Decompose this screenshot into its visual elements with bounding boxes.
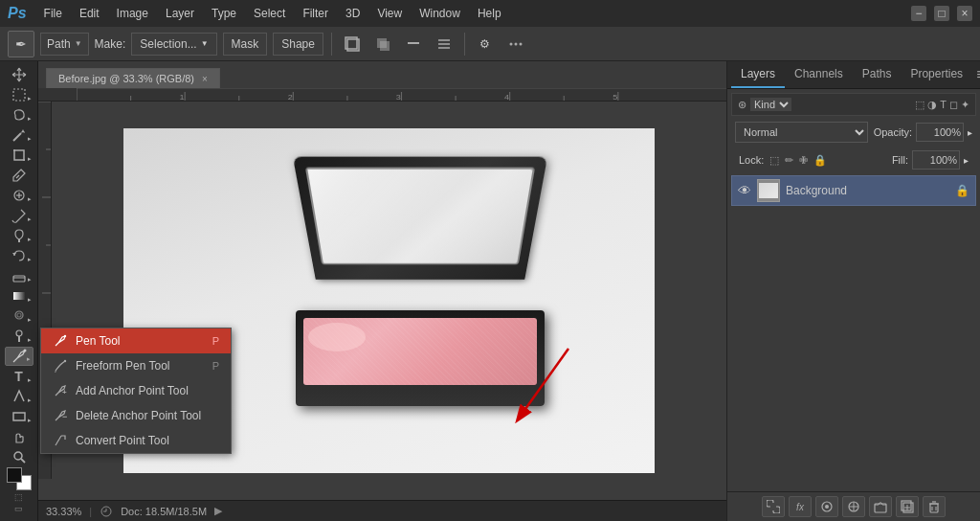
svg-text:1: 1: [180, 92, 185, 101]
zoom-tool[interactable]: [5, 447, 33, 466]
link-layers-btn[interactable]: [762, 496, 785, 517]
dodge-tool[interactable]: ▸: [5, 327, 33, 346]
magic-wand-indicator: ▸: [28, 135, 32, 143]
blend-mode-select[interactable]: Normal Multiply Screen: [735, 122, 868, 143]
fill-arrow[interactable]: ▸: [964, 155, 969, 166]
layer-thumbnail: [757, 179, 780, 202]
lasso-tool[interactable]: ▸: [5, 105, 33, 125]
shape-btn[interactable]: Shape: [273, 33, 323, 56]
filter-smart-icon[interactable]: ✦: [961, 99, 969, 111]
extra-options-icon[interactable]: [503, 32, 528, 57]
opacity-input[interactable]: [916, 123, 964, 142]
lock-transparent-icon[interactable]: ⬚: [769, 154, 779, 167]
ctx-convert-point[interactable]: Convert Point Tool: [41, 428, 231, 453]
add-mask-btn[interactable]: [815, 496, 838, 517]
menu-3d[interactable]: 3D: [338, 5, 368, 22]
menu-select[interactable]: Select: [246, 5, 293, 22]
adjustment-layer-btn[interactable]: [842, 496, 865, 517]
new-layer-btn[interactable]: [896, 496, 919, 517]
menu-edit[interactable]: Edit: [72, 5, 107, 22]
tab-paths[interactable]: Paths: [853, 61, 902, 88]
menu-file[interactable]: File: [36, 5, 70, 22]
delete-layer-btn[interactable]: [923, 496, 946, 517]
svg-point-10: [519, 42, 522, 45]
eyedropper-tool[interactable]: [5, 166, 33, 185]
brush-tool[interactable]: ▸: [5, 206, 33, 225]
clone-indicator: ▸: [28, 236, 32, 243]
filter-shape-icon[interactable]: ◻: [949, 99, 958, 111]
lock-all-icon[interactable]: 🔒: [813, 154, 827, 167]
close-btn[interactable]: ×: [957, 6, 972, 21]
type-tool[interactable]: T ▸: [5, 367, 33, 386]
filter-type-icon[interactable]: T: [940, 99, 947, 111]
layer-item-background[interactable]: 👁 Background 🔒: [731, 175, 976, 206]
pen-tool-btn[interactable]: ▸: [5, 347, 33, 367]
document-tab[interactable]: Before.jpg @ 33.3% (RGB/8) ×: [46, 68, 220, 88]
healing-brush-tool[interactable]: ▸: [5, 186, 33, 205]
tool-icon[interactable]: ✒: [8, 31, 34, 57]
menu-help[interactable]: Help: [470, 5, 509, 22]
fx-btn[interactable]: fx: [789, 496, 812, 517]
tab-layers[interactable]: Layers: [731, 61, 785, 88]
path-subtract-icon[interactable]: [401, 32, 426, 57]
menu-type[interactable]: Type: [204, 5, 244, 22]
tab-close-btn[interactable]: ×: [202, 74, 208, 84]
menu-view[interactable]: View: [369, 5, 410, 22]
filter-kind-select[interactable]: Kind: [750, 98, 791, 111]
foreground-color-swatch[interactable]: [7, 467, 22, 483]
move-tool[interactable]: [5, 65, 33, 84]
maximize-btn[interactable]: □: [934, 6, 949, 21]
filter-pixel-icon[interactable]: ⬚: [915, 99, 924, 111]
forward-arrow[interactable]: ▶: [214, 505, 222, 517]
panel-options-btn[interactable]: ≡: [972, 62, 980, 87]
opacity-arrow[interactable]: ▸: [968, 127, 972, 138]
quick-mask-btn[interactable]: ⬚: [14, 492, 23, 502]
menu-layer[interactable]: Layer: [158, 5, 202, 22]
lock-position-icon[interactable]: ✙: [799, 154, 808, 167]
magic-wand-tool[interactable]: ▸: [5, 125, 33, 145]
tab-channels[interactable]: Channels: [785, 61, 853, 88]
ctx-add-anchor[interactable]: + Add Anchor Point Tool: [41, 378, 231, 403]
pen-tool-icon: [53, 333, 68, 349]
type-indicator: ▸: [28, 376, 32, 384]
layer-visibility-icon[interactable]: 👁: [738, 183, 751, 198]
gradient-tool[interactable]: ▸: [5, 286, 33, 306]
svg-point-24: [23, 349, 26, 351]
minimize-btn[interactable]: −: [911, 6, 926, 21]
rectangle-tool[interactable]: ▸: [5, 407, 33, 426]
hand-tool[interactable]: [5, 427, 33, 446]
menu-window[interactable]: Window: [412, 5, 468, 22]
fill-input[interactable]: [912, 150, 960, 170]
select-tool[interactable]: ▸: [5, 85, 33, 104]
path-select-tool[interactable]: ▸: [5, 387, 33, 406]
tab-properties[interactable]: Properties: [901, 61, 972, 88]
eraser-tool[interactable]: ▸: [5, 266, 33, 285]
ctx-freeform-pen[interactable]: Freeform Pen Tool P: [41, 353, 231, 378]
ctx-pen-tool[interactable]: Pen Tool P: [41, 328, 231, 353]
mask-btn[interactable]: Mask: [223, 33, 268, 56]
opacity-row: Opacity: ▸: [874, 123, 972, 142]
lock-brush-icon[interactable]: ✏: [785, 154, 793, 167]
blur-tool[interactable]: ▸: [5, 306, 33, 326]
lasso-tool-indicator: ▸: [28, 115, 32, 123]
menu-image[interactable]: Image: [109, 5, 156, 22]
path-align-icon[interactable]: [432, 32, 457, 57]
path-combine-icon[interactable]: [370, 32, 395, 57]
blur-indicator: ▸: [28, 316, 32, 324]
new-group-btn[interactable]: [869, 496, 892, 517]
menu-filter[interactable]: Filter: [295, 5, 336, 22]
ctx-delete-anchor[interactable]: − Delete Anchor Point Tool: [41, 403, 231, 428]
clone-stamp-tool[interactable]: ▸: [5, 226, 33, 245]
history-brush-tool[interactable]: ▸: [5, 246, 33, 265]
path-new-icon[interactable]: [340, 32, 365, 57]
convert-point-icon: [53, 433, 68, 448]
selection-btn[interactable]: Selection... ▼: [131, 33, 216, 56]
filter-row: ⊛ Kind ⬚ ◑ T ◻ ✦: [731, 93, 976, 116]
filter-adj-icon[interactable]: ◑: [927, 99, 937, 111]
tool-selector-dropdown[interactable]: Path ▼: [40, 33, 89, 56]
screen-mode-btn[interactable]: ▭: [14, 504, 23, 513]
crop-tool-indicator: ▸: [28, 155, 32, 163]
gear-icon[interactable]: ⚙: [473, 32, 498, 57]
right-panel: Layers Channels Paths Properties ≡ ⊛ Kin…: [726, 61, 980, 521]
crop-tool[interactable]: ▸: [5, 146, 33, 165]
